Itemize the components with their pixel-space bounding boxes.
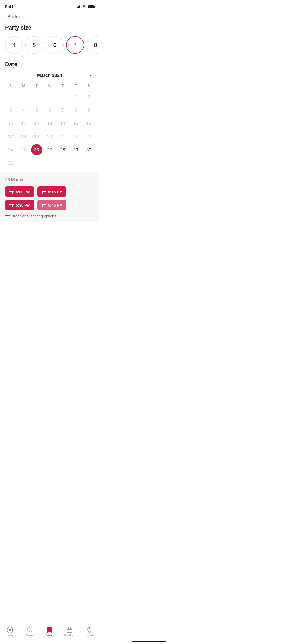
wifi-icon xyxy=(82,5,86,8)
svg-rect-14 xyxy=(9,216,9,218)
calendar-cell-16[interactable]: 16 xyxy=(86,117,91,130)
calendar-cell-11[interactable]: 11 xyxy=(21,117,26,130)
calendar-cell-12[interactable]: 12 xyxy=(34,117,39,130)
day-header-thu: T xyxy=(56,82,69,89)
time-slot-500pm-label: 5:00 PM xyxy=(16,189,30,194)
table-icon-2 xyxy=(42,190,46,194)
calendar-cell-7[interactable]: 7 xyxy=(61,104,64,117)
svg-rect-6 xyxy=(9,204,14,205)
svg-rect-1 xyxy=(10,192,10,194)
calendar-cell-18[interactable]: 18 xyxy=(21,130,26,143)
battery-icon xyxy=(88,5,94,8)
signal-icon xyxy=(76,5,80,8)
svg-rect-4 xyxy=(42,192,43,194)
party-size-section: Party size 4 5 6 7 8 9 10 xyxy=(0,23,99,59)
party-size-6[interactable]: 6 xyxy=(46,36,64,54)
party-size-7[interactable]: 7 xyxy=(66,36,84,54)
calendar-cell-13[interactable]: 13 xyxy=(47,117,52,130)
svg-rect-7 xyxy=(10,205,10,207)
calendar: March 2024 › S M T W T F S 1 2 3 4 5 6 7 xyxy=(0,72,99,170)
calendar-cell-1[interactable]: 1 xyxy=(74,90,77,104)
calendar-cell-26[interactable]: 26 xyxy=(31,144,42,155)
time-slot-530pm[interactable]: 5:30 PM xyxy=(5,200,34,210)
calendar-header: March 2024 › xyxy=(4,72,95,82)
day-header-sat: S xyxy=(82,82,95,89)
calendar-cell-28[interactable]: 28 xyxy=(60,143,65,156)
svg-rect-10 xyxy=(42,205,43,207)
status-bar: 9:41 xyxy=(0,0,99,12)
day-header-fri: F xyxy=(69,82,82,89)
time-slot-530pm-label: 5:30 PM xyxy=(16,203,30,207)
party-size-heading: Party size xyxy=(0,23,99,35)
calendar-days-header: S M T W T F S xyxy=(4,82,95,89)
additional-seating-label: Additional seating options xyxy=(13,214,56,218)
time-slots: 5:00 PM 5:15 PM 5:30 PM 5:45 xyxy=(5,186,94,210)
svg-rect-3 xyxy=(42,191,46,192)
svg-rect-8 xyxy=(12,205,13,207)
party-size-4[interactable]: 4 xyxy=(5,36,23,54)
day-header-mon: M xyxy=(17,82,30,89)
time-slot-500pm[interactable]: 5:00 PM xyxy=(5,186,34,197)
status-icons xyxy=(76,5,94,8)
calendar-cell-17[interactable]: 17 xyxy=(8,130,13,143)
calendar-cell-25[interactable]: 25 xyxy=(21,143,26,156)
calendar-cell-15[interactable]: 15 xyxy=(73,117,78,130)
svg-rect-9 xyxy=(42,204,46,205)
calendar-cell-2[interactable]: 2 xyxy=(87,90,90,104)
calendar-cell-20[interactable]: 20 xyxy=(47,130,52,143)
calendar-cell-30[interactable]: 30 xyxy=(86,143,91,156)
day-header-tue: T xyxy=(30,82,43,89)
calendar-cell-31[interactable]: 31 xyxy=(8,156,13,170)
calendar-title: March 2024 xyxy=(37,73,62,78)
back-chevron-icon: ‹ xyxy=(5,14,7,19)
calendar-cell-9[interactable]: 9 xyxy=(87,104,90,117)
calendar-cell-27[interactable]: 27 xyxy=(47,143,52,156)
status-time: 9:41 xyxy=(5,4,14,9)
calendar-cell-19[interactable]: 19 xyxy=(34,130,39,143)
time-section: 26 March 5:00 PM 5:15 PM 5:30 P xyxy=(0,172,99,222)
time-section-date: 26 March xyxy=(5,177,94,182)
table-icon xyxy=(9,190,14,194)
calendar-next-button[interactable]: › xyxy=(88,72,93,79)
calendar-cell-14[interactable]: 14 xyxy=(60,117,65,130)
svg-rect-12 xyxy=(5,215,10,216)
time-slot-515pm[interactable]: 5:15 PM xyxy=(37,186,67,197)
calendar-cell-22[interactable]: 22 xyxy=(73,130,78,143)
calendar-cell-6[interactable]: 6 xyxy=(48,104,51,117)
additional-seating-icon xyxy=(5,214,10,218)
calendar-grid: 1 2 3 4 5 6 7 8 9 10 11 12 13 14 15 16 1… xyxy=(4,90,95,170)
party-size-5[interactable]: 5 xyxy=(25,36,43,54)
calendar-cell-3[interactable]: 3 xyxy=(9,104,12,117)
day-header-sun: S xyxy=(4,82,17,89)
calendar-cell-21[interactable]: 21 xyxy=(60,130,65,143)
svg-rect-5 xyxy=(45,192,45,194)
svg-rect-13 xyxy=(6,216,6,218)
svg-rect-11 xyxy=(45,205,45,207)
day-header-wed: W xyxy=(43,82,56,89)
party-size-selector: 4 5 6 7 8 9 10 xyxy=(0,35,99,59)
time-slot-545pm[interactable]: 5:45 PM xyxy=(37,200,67,210)
date-section: Date March 2024 › S M T W T F S 1 2 3 4 xyxy=(0,59,99,170)
table-icon-3 xyxy=(9,203,14,207)
back-label: Back xyxy=(8,14,17,19)
svg-rect-2 xyxy=(12,192,13,194)
table-icon-4 xyxy=(42,203,46,207)
calendar-cell-24[interactable]: 24 xyxy=(8,143,13,156)
calendar-cell-29[interactable]: 29 xyxy=(73,143,78,156)
back-button[interactable]: ‹ Back xyxy=(0,12,99,23)
calendar-cell-5[interactable]: 5 xyxy=(35,104,38,117)
calendar-cell-23[interactable]: 23 xyxy=(86,130,91,143)
calendar-cell-10[interactable]: 10 xyxy=(8,117,13,130)
time-slot-515pm-label: 5:15 PM xyxy=(48,189,63,194)
calendar-cell-4[interactable]: 4 xyxy=(22,104,25,117)
additional-seating-button[interactable]: Additional seating options xyxy=(5,214,94,218)
time-slot-545pm-label: 5:45 PM xyxy=(48,203,63,207)
calendar-cell-8[interactable]: 8 xyxy=(74,104,77,117)
party-size-8[interactable]: 8 xyxy=(87,36,99,54)
svg-rect-0 xyxy=(9,191,14,192)
date-heading: Date xyxy=(0,59,99,72)
